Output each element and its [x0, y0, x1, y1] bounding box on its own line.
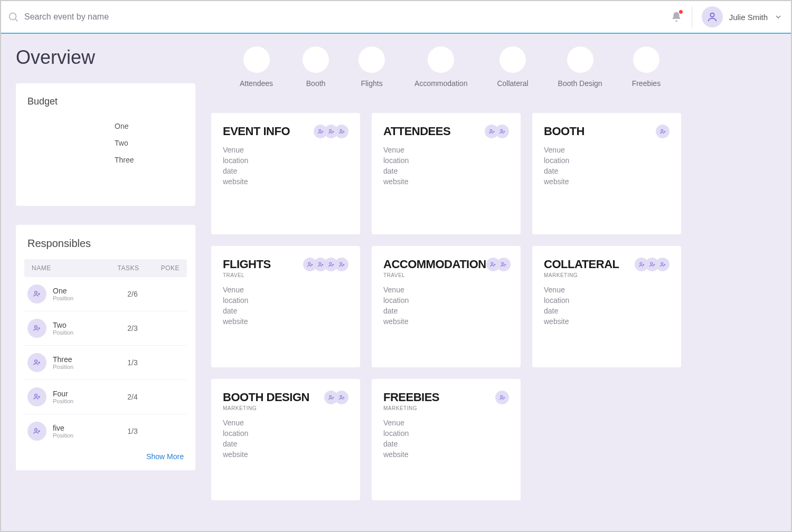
svg-point-27	[489, 129, 492, 131]
card-head: BOOTH	[544, 125, 670, 138]
cards-grid: EVENT INFOVenuelocationdatewebsiteATTEND…	[211, 113, 776, 500]
progress-item[interactable]: Accommodation	[414, 46, 467, 88]
info-card[interactable]: BOOTHVenuelocationdatewebsite	[532, 113, 681, 234]
card-field: location	[544, 156, 670, 165]
card-field: date	[544, 307, 670, 315]
svg-point-36	[308, 262, 310, 264]
card-head: FLIGHTSTRAVEL	[223, 258, 348, 278]
card-fields: Venuelocationdatewebsite	[223, 146, 348, 186]
card-field: date	[223, 167, 348, 175]
card-people	[303, 258, 348, 271]
person-add-icon	[27, 284, 46, 303]
card-people	[656, 125, 670, 138]
card-field: location	[383, 296, 509, 305]
responsibles-card: Responsibles NAME TASKS POKE OnePosition…	[16, 225, 195, 470]
show-more-link[interactable]: Show More	[24, 448, 187, 461]
col-tasks: TASKS	[108, 264, 149, 272]
resp-position: Position	[53, 295, 112, 301]
card-field: location	[383, 156, 509, 165]
svg-point-45	[340, 262, 342, 264]
card-title: ATTENDEES	[383, 125, 450, 138]
resp-tasks: 1/3	[112, 358, 153, 367]
search-input[interactable]	[24, 12, 235, 22]
info-card[interactable]: ATTENDEESVenuelocationdatewebsite	[372, 113, 521, 234]
resp-tasks: 2/6	[112, 290, 153, 298]
card-field: website	[383, 317, 509, 326]
svg-point-30	[500, 129, 502, 131]
resp-name: Three	[53, 355, 112, 364]
svg-point-15	[35, 429, 37, 431]
card-field: Venue	[383, 146, 509, 154]
resp-position: Position	[53, 329, 112, 336]
card-field: website	[223, 317, 348, 326]
progress-circle	[428, 46, 454, 73]
card-fields: Venuelocationdatewebsite	[544, 146, 670, 186]
card-fields: Venuelocationdatewebsite	[223, 419, 348, 459]
person-icon	[706, 11, 718, 23]
info-card[interactable]: ACCOMMODATIONTRAVELVenuelocationdatewebs…	[372, 246, 521, 367]
card-field: website	[544, 177, 670, 186]
main: Overview Budget One Two Three Responsibl…	[1, 34, 791, 513]
svg-point-0	[10, 13, 16, 20]
card-head: EVENT INFO	[223, 125, 348, 138]
table-row[interactable]: OnePosition2/6	[24, 277, 187, 311]
person-badge	[335, 258, 348, 271]
card-field: Venue	[383, 286, 509, 294]
info-card[interactable]: FLIGHTSTRAVELVenuelocationdatewebsite	[211, 246, 360, 367]
info-card[interactable]: BOOTH DESIGNMARKETINGVenuelocationdatewe…	[211, 379, 360, 500]
card-field: date	[383, 307, 509, 315]
card-field: date	[544, 167, 670, 175]
resp-name: Two	[53, 321, 112, 329]
svg-point-2	[710, 13, 714, 17]
card-field: location	[223, 156, 348, 165]
person-add-icon	[27, 319, 46, 338]
person-badge	[495, 391, 509, 404]
svg-point-33	[661, 129, 663, 131]
progress-label: Flights	[361, 79, 382, 88]
person-badge	[656, 125, 670, 138]
person-badge	[497, 258, 511, 271]
progress-item[interactable]: Attendees	[240, 46, 273, 88]
info-card[interactable]: COLLATERALMARKETINGVenuelocationdatewebs…	[532, 246, 681, 367]
svg-point-51	[502, 262, 504, 264]
progress-item[interactable]: Booth	[303, 46, 329, 88]
svg-point-54	[639, 262, 642, 264]
table-row[interactable]: FourPosition2/4	[24, 380, 187, 414]
progress-item[interactable]: Booth Design	[558, 46, 602, 88]
budget-card: Budget One Two Three	[16, 83, 195, 206]
progress-circle	[499, 46, 526, 73]
card-title: COLLATERAL	[544, 258, 619, 271]
table-row[interactable]: fivePosition1/3	[24, 414, 187, 448]
resp-name-wrap: fivePosition	[53, 424, 112, 439]
card-field: Venue	[223, 286, 348, 294]
card-field: Venue	[544, 146, 670, 154]
table-row[interactable]: TwoPosition2/3	[24, 311, 187, 346]
progress-item[interactable]: Flights	[359, 46, 385, 88]
progress-circle	[567, 46, 593, 73]
resp-name: One	[53, 287, 112, 295]
card-people	[495, 391, 509, 404]
card-field: website	[223, 177, 348, 186]
card-subtitle: MARKETING	[544, 272, 619, 278]
user-menu[interactable]: Julie Smith	[702, 6, 782, 27]
card-head: ACCOMMODATIONTRAVEL	[383, 258, 509, 278]
notifications-button[interactable]	[671, 6, 692, 27]
progress-label: Accommodation	[414, 79, 467, 88]
info-card[interactable]: EVENT INFOVenuelocationdatewebsite	[211, 113, 360, 234]
info-card[interactable]: FREEBIESMARKETINGVenuelocationdatewebsit…	[372, 379, 521, 500]
table-row[interactable]: ThreePosition1/3	[24, 346, 187, 380]
resp-name-wrap: FourPosition	[53, 390, 112, 404]
person-add-icon	[27, 422, 46, 441]
resp-position: Position	[53, 364, 112, 370]
card-fields: Venuelocationdatewebsite	[544, 286, 670, 326]
card-subtitle: TRAVEL	[223, 272, 271, 278]
progress-item[interactable]: Collateral	[497, 46, 528, 88]
card-field: website	[383, 177, 509, 186]
svg-point-21	[329, 129, 331, 131]
progress-label: Attendees	[240, 79, 273, 88]
card-field: website	[223, 450, 348, 459]
progress-item[interactable]: Freebies	[632, 46, 661, 88]
chevron-down-icon	[774, 13, 782, 21]
user-name: Julie Smith	[729, 13, 768, 22]
card-subtitle: MARKETING	[223, 405, 309, 411]
